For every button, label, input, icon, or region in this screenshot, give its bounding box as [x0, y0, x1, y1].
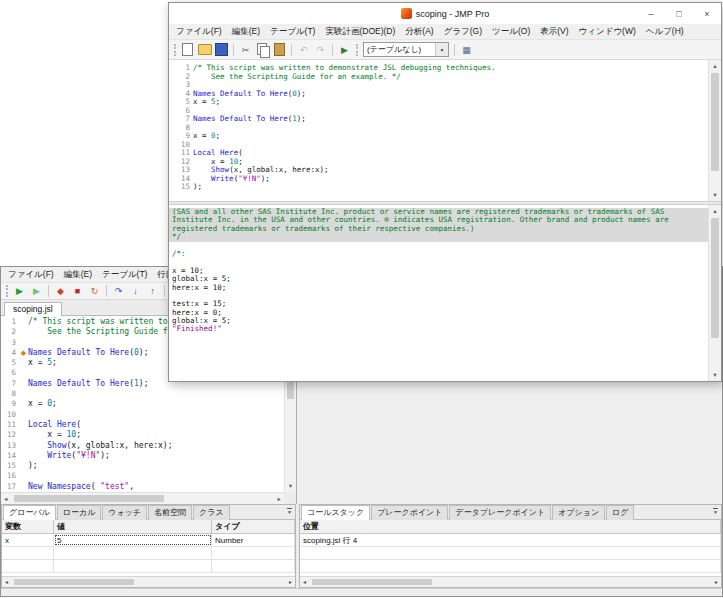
paste-icon[interactable]: [272, 42, 287, 57]
panel-tab[interactable]: グローバル: [3, 505, 56, 520]
scroll-right-icon[interactable]: ►: [277, 493, 282, 505]
window-icon[interactable]: ▦: [459, 42, 474, 57]
menu-item[interactable]: 表示(V): [535, 24, 573, 40]
panel-tab[interactable]: データブレークポイント: [449, 505, 551, 520]
scroll-up-icon[interactable]: ▲: [709, 60, 721, 72]
scroll-down-icon[interactable]: ▼: [285, 480, 296, 492]
scroll-right-icon[interactable]: ►: [288, 579, 293, 585]
menu-item[interactable]: 実験計画(DOE)(D): [320, 24, 400, 40]
column-header[interactable]: 位置: [300, 520, 721, 533]
run-script-icon[interactable]: ▶: [337, 42, 352, 57]
table-row[interactable]: [300, 547, 721, 560]
menu-item[interactable]: 分析(A): [400, 24, 438, 40]
breakpoints-icon[interactable]: ◆: [53, 284, 68, 299]
line-number: 15: [169, 183, 193, 192]
jmp-main-window: scoping - JMP Pro – □ × ファイル(F)編集(E)テーブル…: [168, 2, 722, 382]
line-number: 12: [1, 430, 19, 440]
maximize-button[interactable]: □: [665, 3, 693, 24]
table-row[interactable]: [300, 560, 721, 573]
panel-horizontal-scrollbar[interactable]: ◄►: [300, 576, 721, 587]
code-text: Write("¥!N");: [193, 175, 270, 184]
menu-item[interactable]: グラフ(G): [439, 24, 487, 40]
table-row[interactable]: [2, 547, 295, 560]
panel-tab[interactable]: 名前空間: [148, 505, 192, 520]
panel-tab[interactable]: クラス: [193, 505, 230, 520]
run-icon[interactable]: ▶: [12, 284, 27, 299]
titlebar[interactable]: scoping - JMP Pro – □ ×: [169, 3, 721, 24]
restart-icon[interactable]: ↻: [87, 284, 102, 299]
stop-icon[interactable]: ■: [70, 284, 85, 299]
editor-vertical-scrollbar[interactable]: ▲ ▼: [708, 60, 721, 201]
scrollbar-thumb[interactable]: [711, 218, 719, 338]
debugger-horizontal-scrollbar[interactable]: ◄ ►: [1, 492, 284, 504]
panel-tab[interactable]: ウォッチ: [102, 505, 147, 520]
log-line: */: [169, 233, 708, 241]
scrollbar-thumb[interactable]: [711, 73, 719, 171]
menu-item[interactable]: ファイル(F): [171, 24, 227, 40]
menu-item[interactable]: ツール(O): [487, 24, 535, 40]
close-button[interactable]: ×: [693, 3, 721, 24]
table-row[interactable]: x5Number: [2, 534, 295, 547]
save-icon[interactable]: [214, 42, 229, 57]
panel-collapse-icon[interactable]: ▼: [713, 508, 718, 515]
scroll-down-icon[interactable]: ▼: [709, 369, 721, 381]
scrollbar-thumb[interactable]: [312, 579, 432, 585]
panel-collapse-icon[interactable]: ▼: [287, 508, 292, 515]
step-out-icon[interactable]: ↑: [145, 284, 160, 299]
step-over-icon[interactable]: ↷: [111, 284, 126, 299]
scroll-left-icon[interactable]: ◄: [3, 493, 8, 505]
scroll-right-icon[interactable]: ►: [714, 579, 719, 585]
column-header[interactable]: タイプ: [212, 520, 295, 533]
menu-item[interactable]: ファイル(F): [3, 267, 59, 283]
menu-item[interactable]: 編集(E): [59, 267, 97, 283]
minimize-button[interactable]: –: [637, 3, 665, 24]
copy-icon[interactable]: [255, 42, 270, 57]
column-header[interactable]: 値: [54, 520, 212, 533]
menu-item[interactable]: テーブル(T): [97, 267, 152, 283]
redo-icon[interactable]: ↷: [313, 42, 328, 57]
open-icon[interactable]: [197, 42, 212, 57]
variables-panel: グローバルローカルウォッチ名前空間クラス▼変数値タイプx5Number◄►: [1, 504, 296, 588]
scrollbar-thumb[interactable]: [14, 579, 134, 585]
script-editor[interactable]: 1/* This script was written to demonstra…: [169, 60, 721, 201]
dropdown-arrow-icon[interactable]: ▼: [435, 43, 448, 56]
panel-tab[interactable]: オプション: [552, 505, 605, 520]
scroll-left-icon[interactable]: ◄: [4, 579, 9, 585]
breakpoint-marker-icon[interactable]: ◆: [19, 348, 28, 358]
breakpoint-gutter: [19, 389, 28, 399]
panel-tab[interactable]: ローカル: [57, 505, 102, 520]
table-row[interactable]: scoping.jsl 行 4: [300, 534, 721, 547]
code-text: );: [193, 183, 202, 192]
cut-icon[interactable]: ✂: [238, 42, 253, 57]
table-row[interactable]: [2, 560, 295, 573]
column-header[interactable]: 変数: [2, 520, 54, 533]
toolbar-separator: [332, 44, 333, 56]
breakpoint-gutter: [19, 430, 28, 440]
menu-item[interactable]: ウィンドウ(W): [574, 24, 641, 40]
menu-item[interactable]: テーブル(T): [265, 24, 320, 40]
scroll-left-icon[interactable]: ◄: [302, 579, 307, 585]
tab-scoping-jsl[interactable]: scoping.jsl: [4, 302, 62, 316]
line-number: 9: [1, 399, 19, 409]
table-cell: [300, 547, 721, 559]
scroll-up-icon[interactable]: ▲: [709, 205, 721, 217]
scroll-down-icon[interactable]: ▼: [709, 189, 721, 201]
log-line: global:x = 5;: [169, 275, 708, 283]
new-script-icon[interactable]: [180, 42, 195, 57]
menu-item[interactable]: 編集(E): [227, 24, 265, 40]
breakpoint-gutter: [19, 410, 28, 420]
step-into-icon[interactable]: ↓: [128, 284, 143, 299]
log-vertical-scrollbar[interactable]: ▲ ▼: [708, 205, 721, 381]
menu-item[interactable]: ヘルプ(H): [641, 24, 689, 40]
panel-tab[interactable]: コールスタック: [301, 505, 370, 520]
log-line: [169, 242, 708, 250]
panel-horizontal-scrollbar[interactable]: ◄►: [2, 576, 295, 587]
scrollbar-thumb[interactable]: [14, 495, 164, 502]
run-to-cursor-icon[interactable]: ▶: [29, 284, 44, 299]
log-pane[interactable]: (SAS and all other SAS Institute Inc. pr…: [169, 205, 721, 381]
breakpoint-gutter: [19, 441, 28, 451]
undo-icon[interactable]: ↶: [296, 42, 311, 57]
panel-tab[interactable]: ブレークポイント: [371, 505, 448, 520]
table-selector-combo[interactable]: (テーブルなし)▼: [363, 42, 449, 57]
panel-tab[interactable]: ログ: [606, 505, 634, 520]
